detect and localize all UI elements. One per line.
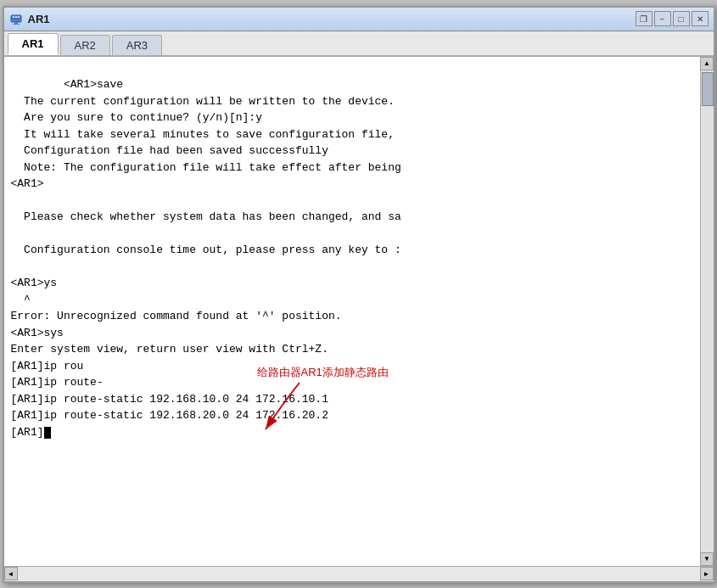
- window-title: AR1: [28, 13, 50, 25]
- tab-ar3[interactable]: AR3: [112, 35, 162, 55]
- minimize-button[interactable]: −: [654, 11, 671, 26]
- svg-point-4: [18, 16, 20, 18]
- scroll-track-v[interactable]: [701, 70, 714, 552]
- tab-ar1[interactable]: AR1: [8, 33, 59, 55]
- terminal-content: <AR1>save The current configuration will…: [11, 60, 693, 524]
- app-icon: [9, 12, 23, 25]
- scroll-thumb-v[interactable]: [702, 72, 714, 106]
- close-button[interactable]: ✕: [692, 11, 709, 26]
- terminal[interactable]: <AR1>save The current configuration will…: [4, 57, 700, 566]
- vertical-scrollbar: ▲ ▼: [700, 57, 714, 566]
- scroll-up-button[interactable]: ▲: [700, 57, 714, 70]
- maximize-button[interactable]: □: [673, 11, 690, 26]
- annotation-arrow: [249, 378, 350, 438]
- annotation-text: 给路由器AR1添加静态路由: [257, 364, 389, 381]
- tab-bar: AR1 AR2 AR3: [4, 31, 714, 57]
- scroll-right-button[interactable]: ►: [700, 567, 714, 580]
- tab-ar2[interactable]: AR2: [60, 35, 110, 55]
- svg-rect-6: [13, 24, 20, 25]
- main-window: AR1 ❐ − □ ✕ AR1 AR2 AR3 <AR1>save The cu…: [3, 6, 715, 583]
- svg-point-2: [13, 16, 14, 18]
- scroll-track-h[interactable]: [18, 567, 700, 581]
- terminal-line-0: <AR1>save The current configuration will…: [11, 78, 401, 439]
- window-controls: ❐ − □ ✕: [636, 11, 709, 26]
- svg-rect-5: [14, 22, 18, 24]
- terminal-container: <AR1>save The current configuration will…: [4, 57, 714, 566]
- scroll-left-button[interactable]: ◄: [4, 567, 18, 580]
- restore-button[interactable]: ❐: [636, 11, 653, 26]
- scroll-down-button[interactable]: ▼: [700, 552, 714, 566]
- title-bar-left: AR1: [9, 12, 50, 25]
- svg-point-3: [15, 16, 17, 18]
- bottom-bar: ◄ ►: [4, 566, 714, 581]
- title-bar: AR1 ❐ − □ ✕: [4, 8, 714, 31]
